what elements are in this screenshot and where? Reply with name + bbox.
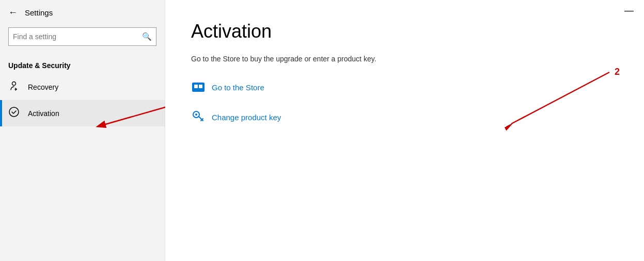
activation-icon <box>8 106 20 120</box>
svg-rect-4 <box>192 83 205 92</box>
sidebar-item-recovery-label: Recovery <box>28 83 58 91</box>
back-button[interactable]: ← <box>8 7 18 18</box>
product-key-icon <box>191 108 206 126</box>
svg-point-8 <box>195 113 197 116</box>
sidebar-item-recovery[interactable]: Recovery <box>0 74 165 100</box>
sidebar-header: ← Settings <box>0 0 165 23</box>
go-to-store-label: Go to the Store <box>212 83 264 92</box>
svg-point-1 <box>9 107 19 117</box>
store-icon <box>191 78 206 96</box>
change-product-key-label: Change product key <box>212 113 281 122</box>
svg-text:2: 2 <box>615 67 620 77</box>
svg-line-9 <box>511 72 609 124</box>
minimize-button[interactable]: — <box>624 5 634 16</box>
sidebar-title: Settings <box>25 8 53 17</box>
search-box-container: 🔍 <box>0 23 165 54</box>
search-icon: 🔍 <box>142 32 152 41</box>
sidebar: ← Settings 🔍 Update & Security Recovery <box>0 0 165 261</box>
search-input[interactable] <box>13 32 142 41</box>
search-box[interactable]: 🔍 <box>8 27 156 46</box>
svg-line-2 <box>98 106 170 126</box>
svg-rect-6 <box>199 85 202 88</box>
annotation-arrow-2: 2 <box>465 62 644 165</box>
sidebar-item-activation-label: Activation <box>28 109 59 118</box>
main-content: — Activation Go to the Store to buy the … <box>165 0 644 261</box>
page-title: Activation <box>191 21 618 42</box>
svg-rect-5 <box>194 85 198 88</box>
svg-point-0 <box>12 82 16 86</box>
section-label: Update & Security <box>0 54 165 74</box>
recovery-icon <box>8 80 20 94</box>
